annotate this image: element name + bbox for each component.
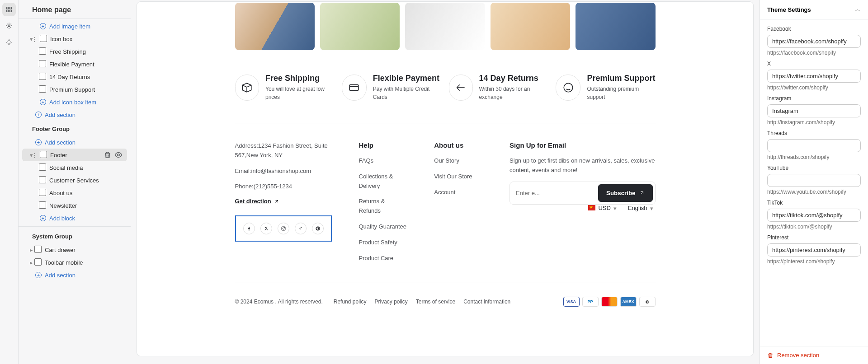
facebook-icon[interactable] [243, 223, 255, 234]
pinterest-icon[interactable] [312, 223, 324, 234]
pin-input[interactable] [767, 243, 861, 257]
svg-rect-6 [350, 84, 359, 90]
chevron-up-icon[interactable]: ︿ [855, 5, 861, 14]
image-gallery [235, 3, 656, 50]
add-block[interactable]: Add block [22, 212, 127, 224]
tree-footer-child[interactable]: Newsletter [22, 199, 127, 212]
field-label-x: X [767, 61, 861, 67]
remove-section-button[interactable]: Remove section [767, 352, 861, 359]
icon-box-title: Flexible Payment [373, 74, 442, 83]
x-twitter-icon[interactable] [260, 223, 272, 234]
social-media-block[interactable] [235, 215, 332, 242]
field-hint: https://facebook.com/shopify [767, 50, 861, 56]
block-icon [39, 48, 47, 55]
footer-link[interactable]: Quality Guarantee [359, 222, 407, 232]
email-input[interactable] [512, 185, 595, 201]
chevron-right-icon: ▸ [28, 246, 35, 253]
tiktok-icon[interactable] [295, 223, 307, 234]
tree-icon-box[interactable]: ▾ ⋮⋮ Icon box [22, 33, 127, 45]
preview-canvas[interactable]: Free ShippingYou will love at great low … [137, 2, 753, 356]
fb-input[interactable] [767, 35, 861, 48]
payment-icons: VISA PP AMEX ◐ [563, 297, 656, 307]
return-icon [449, 75, 473, 101]
icon-box-desc: Outstanding premium support [587, 85, 655, 101]
external-link-icon [274, 199, 279, 204]
icon-box-title: Free Shipping [265, 74, 335, 83]
tree-footer-child[interactable]: Social media [22, 161, 127, 174]
policy-link[interactable]: Refund policy [334, 299, 367, 305]
footer-newsletter-col: Sign Up for Email Sign up to get first d… [509, 141, 655, 269]
add-section-footer[interactable]: Add section [22, 136, 127, 149]
rail-sections-icon[interactable] [2, 3, 16, 16]
footer-col-title: Sign Up for Email [509, 141, 655, 149]
tree-icon-box-child[interactable]: Flexible Payment [22, 58, 127, 70]
tree-toolbar-mobile[interactable]: ▸Toolbar mobile [22, 256, 127, 269]
visibility-icon[interactable] [114, 151, 123, 159]
svg-point-7 [564, 83, 573, 92]
footer-link[interactable]: Our Story [434, 156, 482, 166]
arrow-icon [639, 190, 645, 196]
footer-link[interactable]: Returns & Refunds [359, 197, 407, 216]
flag-icon [588, 205, 595, 210]
rail-settings-icon[interactable] [2, 19, 16, 33]
field-hint: https://pinterest.com/shopify [767, 258, 861, 265]
add-section[interactable]: Add section [22, 108, 127, 121]
gallery-image [320, 3, 400, 50]
tree-cart-drawer[interactable]: ▸Cart drawer [22, 243, 127, 256]
tt-input[interactable] [767, 209, 861, 222]
delete-icon[interactable] [104, 151, 112, 159]
block-icon [39, 189, 47, 196]
gallery-image [235, 3, 315, 50]
email-line: Email:info@fashionshop.com [235, 167, 332, 176]
ig-input[interactable] [767, 104, 861, 117]
mastercard-icon [601, 297, 618, 307]
add-section-system[interactable]: Add section [22, 269, 127, 281]
field-hint: https://tiktok.com/@shopify [767, 224, 861, 230]
icon-box-item: 14 Day ReturnsWithin 30 days for an exch… [449, 74, 549, 101]
language-selector[interactable]: English▾ [628, 205, 656, 211]
gallery-image [576, 3, 655, 50]
footer-col-title: About us [434, 141, 482, 149]
diners-icon: ◐ [639, 297, 656, 307]
tree-footer-child[interactable]: Customer Services [22, 174, 127, 187]
add-icon-box-item[interactable]: Add Icon box item [22, 96, 127, 108]
tree-footer-child[interactable]: About us [22, 187, 127, 199]
chevron-down-icon: ▾ [613, 205, 619, 210]
section-icon [40, 35, 47, 42]
policy-link[interactable]: Contact information [463, 299, 510, 305]
icon-box-title: Premium Support [587, 74, 655, 83]
field-label-fb: Facebook [767, 26, 861, 32]
copyright: © 2024 Ecomus . All rights reserved. [235, 299, 323, 305]
subscribe-button[interactable]: Subscribe [598, 184, 652, 202]
add-image-item[interactable]: Add Image item [22, 20, 127, 33]
currency-selector[interactable]: USD▾ [588, 205, 618, 211]
field-label-tt: TikTok [767, 200, 861, 206]
block-icon [39, 177, 47, 184]
x-input[interactable] [767, 70, 861, 83]
footer-link[interactable]: Collections & Delivery [359, 172, 407, 191]
th-input[interactable] [767, 139, 861, 152]
policy-link[interactable]: Privacy policy [374, 299, 407, 305]
footer-link[interactable]: FAQs [359, 156, 407, 166]
tree-icon-box-child[interactable]: Premium Support [22, 83, 127, 96]
icon-box-item: Premium SupportOutstanding premium suppo… [556, 74, 656, 101]
tree-icon-box-child[interactable]: 14 Day Returns [22, 70, 127, 83]
field-label-ig: Instagram [767, 95, 861, 102]
footer-link[interactable]: Account [434, 188, 482, 197]
field-label-pin: Pinterest [767, 234, 861, 241]
field-label-th: Threads [767, 130, 861, 136]
footer-link[interactable]: Product Care [359, 254, 407, 263]
footer-link[interactable]: Product Safety [359, 238, 407, 247]
rail-apps-icon[interactable] [2, 35, 16, 49]
tree-footer[interactable]: ▾ ⋮⋮ Footer [22, 149, 127, 161]
get-direction-link[interactable]: Get direction [235, 198, 279, 205]
newsletter-desc: Sign up to get first dibs on new arrival… [509, 156, 655, 175]
footer-link[interactable]: Visit Our Store [434, 172, 482, 182]
tree-icon-box-child[interactable]: Free Shipping [22, 45, 127, 58]
address-line: Address:1234 Fashion Street, Suite 567,N… [235, 141, 332, 160]
svg-point-10 [284, 227, 285, 228]
yt-input[interactable] [767, 174, 861, 187]
icon-box-desc: Pay with Multiple Credit Cards [373, 85, 442, 101]
instagram-icon[interactable] [278, 223, 289, 234]
policy-link[interactable]: Terms of service [416, 299, 455, 305]
